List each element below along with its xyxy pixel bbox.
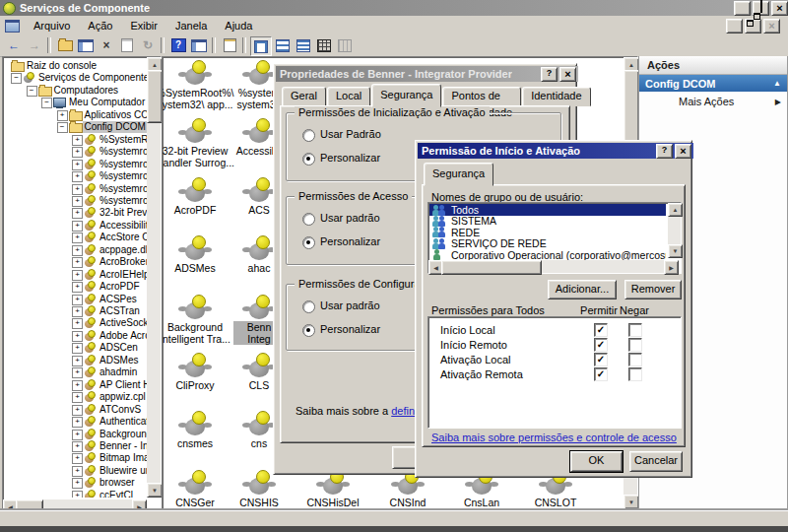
help-button[interactable]: ? [168,36,188,54]
radio-option[interactable] [302,300,315,313]
help-button[interactable]: ? [656,144,673,159]
view-large-icons-button[interactable] [250,36,272,56]
tree-expander[interactable]: − [11,73,22,84]
deny-checkbox[interactable] [628,323,642,337]
radio-option[interactable] [302,236,315,249]
tree-expander[interactable]: + [72,221,83,232]
child-minimize-button[interactable] [726,19,743,33]
user-list-item[interactable]: SERVIÇO DE REDE [429,237,666,249]
tree-item[interactable]: +ACSPes [3,294,147,305]
radio-option[interactable] [302,324,315,337]
tree-item[interactable]: +ccEvtCl [3,490,147,498]
tree-expander[interactable]: − [41,98,52,108]
tree-expander[interactable]: + [72,405,83,416]
tree-item[interactable]: +ADSMes [3,355,147,366]
close-button[interactable]: × [559,67,576,82]
view-list-button[interactable] [294,36,313,54]
user-list-item[interactable]: Todos [429,204,666,216]
tree-item[interactable]: +ACSTran [3,305,147,317]
tree-item[interactable]: +Aplicativos COM [3,109,147,121]
tree-item[interactable]: Raiz do console [3,60,147,72]
tree-item[interactable]: +ActiveSocke [3,317,147,329]
dcom-item-label[interactable]: CNSLOT [509,497,602,508]
tree-expander[interactable]: + [72,331,83,342]
window-titlebar[interactable]: Serviços de Componente × [0,0,788,16]
actions-group-config-dcom[interactable]: Config DCOM ▲ [639,75,787,92]
tree-item[interactable]: +AcroBroker [3,256,147,268]
tree-expander[interactable]: + [72,417,83,428]
tree-item[interactable]: +browser [3,477,147,489]
tree-item[interactable]: +%systemroc [3,195,147,207]
tree-expander[interactable]: + [72,245,83,256]
tree-expander[interactable]: + [72,318,83,329]
tree-expander[interactable]: + [57,110,68,121]
collapse-icon[interactable]: ▲ [773,79,781,88]
tree-expander[interactable]: + [72,478,83,489]
tree-item[interactable]: +AcroPDF [3,281,147,293]
tree-expander[interactable]: − [57,122,68,133]
forward-button[interactable]: → [25,36,44,54]
tree-expander[interactable]: + [72,367,83,378]
tree-expander[interactable]: + [72,257,83,268]
radio-option[interactable] [302,213,315,226]
view-custom-button[interactable] [335,36,355,54]
tree-item[interactable]: −Serviços de Componente [3,72,147,84]
tree-expander[interactable]: + [72,160,83,170]
tree-expander[interactable]: + [72,343,83,354]
delete-button[interactable]: × [97,36,116,54]
tree-item[interactable]: +32-bit Previe [3,207,147,219]
menu-item-1[interactable]: Arquivo [25,17,79,34]
tree-expander[interactable]: + [72,392,83,403]
tree-item[interactable]: +Adobe Acrol [3,330,147,342]
user-list-item[interactable]: Corporativo Operacional (corporativo@mer… [429,249,666,260]
tree-expander[interactable]: + [72,430,83,440]
tree-item[interactable]: +Bitmap Imag [3,452,147,464]
tab-3[interactable]: Segurança [371,84,441,107]
userlist-vertical-scrollbar[interactable]: ▲ ▼ [668,203,681,258]
tree-item[interactable]: +ahadmin [3,366,147,378]
close-button[interactable]: × [771,1,788,16]
properties-button[interactable] [117,36,137,54]
tree-item[interactable]: +Background [3,429,147,440]
child-restore-button[interactable] [745,19,761,33]
tree-item[interactable]: +Authenticati [3,416,147,428]
show-window-button[interactable] [189,36,209,54]
scroll-down-icon[interactable]: ▼ [147,483,163,498]
scroll-up-icon[interactable]: ▲ [668,203,683,217]
tree-expander[interactable]: + [72,491,83,498]
scroll-down-icon[interactable]: ▼ [668,244,683,258]
tree-item[interactable]: +Bluewire unp [3,465,147,477]
tree-item[interactable]: +acppage.dll [3,244,147,256]
scroll-down-icon[interactable]: ▼ [624,495,639,509]
tree-expander[interactable]: + [72,466,83,477]
minimize-button[interactable] [734,1,751,16]
remove-button[interactable]: Remover [624,280,682,299]
tree-expander[interactable]: − [27,86,37,97]
deny-checkbox[interactable] [628,367,642,381]
tab-2[interactable]: Local [327,87,370,106]
tree-item[interactable]: +%systemroc [3,159,147,170]
allow-checkbox[interactable]: ✓ [594,323,608,337]
tree-expander[interactable]: + [72,282,83,293]
tree-item[interactable]: +ADSCen [3,342,147,354]
tab-seguranca[interactable]: Segurança [424,163,493,186]
tree-expander[interactable]: + [72,184,83,195]
tree-item[interactable]: +Benner - Int [3,440,147,452]
tab-4[interactable]: Pontos de Extremidade [442,87,521,106]
back-button[interactable]: ← [4,36,24,54]
tree-item[interactable]: +%systemroc [3,170,147,182]
help-button[interactable]: ? [541,67,558,82]
access-control-link[interactable]: Saiba mais sobre permissões e controle d… [431,432,677,443]
tree-item[interactable]: +%systemroc [3,183,147,195]
tree-item[interactable]: +%SystemRoc [3,134,147,146]
userlist-horizontal-scrollbar[interactable]: ◀ ▶ [428,260,679,273]
tree-expander[interactable]: + [72,196,83,207]
deny-checkbox[interactable] [628,353,642,366]
tree-expander[interactable]: + [72,233,83,243]
deny-checkbox[interactable] [628,338,642,352]
permission-dialog-titlebar[interactable]: Permissão de Início e Ativação ? × [418,143,693,159]
tree-expander[interactable]: + [72,147,83,158]
tab-5[interactable]: Identidade [522,87,590,106]
menu-item-4[interactable]: Janela [166,17,216,34]
tree-item[interactable]: +Accessibility [3,220,147,232]
